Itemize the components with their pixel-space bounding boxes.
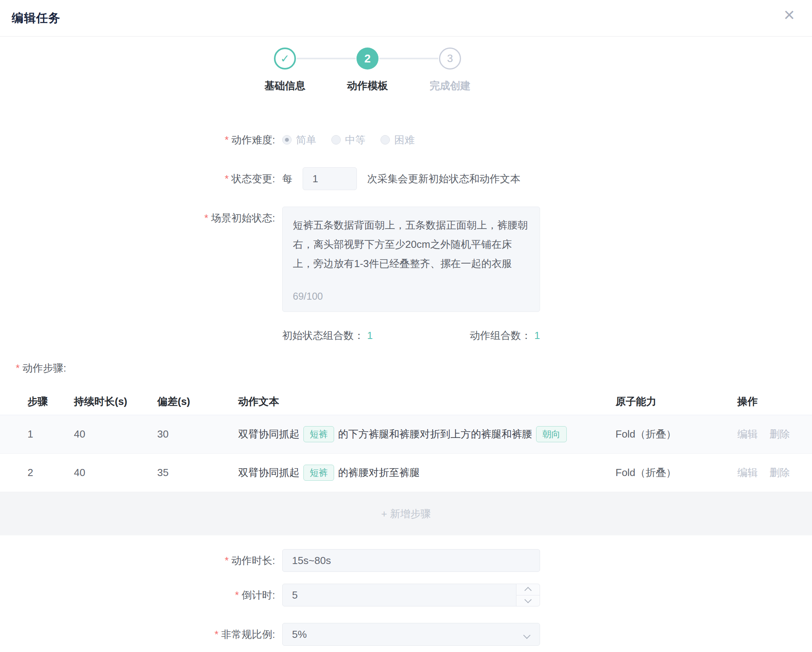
cell-atomic-ability: Fold（折叠） [615,427,737,441]
difficulty-label: *动作难度: [0,133,275,147]
required-asterisk: * [225,173,229,185]
cell-operations: 编辑删除 [737,427,812,441]
action-text-segment: 双臂协同抓起 [238,466,299,480]
required-asterisk: * [204,212,208,224]
steps-table-header: 步骤 持续时长(s) 偏差(s) 动作文本 原子能力 操作 [0,388,812,415]
number-spinner [516,584,540,606]
edit-link[interactable]: 编辑 [737,428,758,440]
edit-link[interactable]: 编辑 [737,467,758,478]
initial-state-text: 短裤五条数据背面朝上，五条数据正面朝上，裤腰朝右，离头部视野下方至少20cm之外… [293,219,528,269]
steps-table-body: 14030双臂协同抓起短裤的下方裤腿和裤腰对折到上方的裤腿和裤腰朝向Fold（折… [0,415,812,492]
action-steps-section-label: *动作步骤: [0,361,812,375]
cell-atomic-ability: Fold（折叠） [615,466,737,480]
state-change-row: *状态变更: 每 1 次采集会更新初始状态和动作文本 [0,167,812,190]
unconventional-ratio-select[interactable]: 5% [282,623,540,646]
object-tag: 短裤 [303,465,334,481]
required-asterisk: * [225,134,229,146]
required-asterisk: * [16,362,20,374]
col-header-deviation: 偏差(s) [157,395,238,408]
table-row: 24035双臂协同抓起短裤的裤腰对折至裤腿Fold（折叠）编辑删除 [0,454,812,492]
action-duration-input[interactable]: 15s~80s [282,549,540,572]
step-label: 完成创建 [430,79,470,93]
initial-state-row: *场景初始状态: 短裤五条数据背面朝上，五条数据正面朝上，裤腰朝右，离头部视野下… [0,207,812,312]
initial-combos-value: 1 [367,330,373,341]
object-tag: 朝向 [536,426,567,443]
chevron-up-icon [524,587,531,594]
difficulty-radio-selected[interactable]: 简单 [282,133,316,147]
stepper-step-action-template: 2 动作模板 [326,48,409,93]
state-change-input[interactable]: 1 [303,167,357,190]
countdown-stepper[interactable]: 5 [282,584,540,606]
cell-duration: 40 [74,467,157,479]
countdown-label: *倒计时: [0,588,275,602]
decrease-button[interactable] [516,595,540,606]
cell-step-number: 1 [28,428,74,440]
radio-button-icon [331,135,341,145]
table-row: 14030双臂协同抓起短裤的下方裤腿和裤腰对折到上方的裤腿和裤腰朝向Fold（折… [0,415,812,454]
state-change-suffix: 次采集会更新初始状态和动作文本 [367,172,520,186]
action-text-segment: 的裤腰对折至裤腿 [338,466,420,480]
dialog-title: 编辑任务 [12,10,61,26]
difficulty-radio-group: 简单中等困难 [282,133,430,147]
close-icon[interactable]: × [784,5,795,24]
add-step-button[interactable]: + 新增步骤 [0,492,812,535]
cell-deviation: 35 [157,467,238,479]
countdown-row: *倒计时: 5 [0,584,812,606]
cell-deviation: 30 [157,428,238,440]
action-duration-label: *动作时长: [0,554,275,568]
dialog-header: 编辑任务 × [0,0,812,37]
stepper: ✓ 基础信息 2 动作模板 3 完成创建 [244,48,491,93]
unconventional-ratio-row: *非常规比例: 5% [0,623,812,646]
difficulty-radio-option[interactable]: 中等 [331,133,366,147]
col-header-step: 步骤 [28,395,74,408]
chevron-down-icon [523,632,530,639]
increase-button[interactable] [516,584,540,595]
unconventional-ratio-label: *非常规比例: [0,628,275,641]
required-asterisk: * [215,628,219,640]
action-combos-value: 1 [535,330,540,341]
radio-button-icon [380,135,390,145]
delete-link[interactable]: 删除 [770,428,790,440]
cell-action-text: 双臂协同抓起短裤的裤腰对折至裤腿 [238,465,615,481]
cell-duration: 40 [74,428,157,440]
required-asterisk: * [235,589,239,601]
col-header-action-text: 动作文本 [238,395,615,408]
stepper-step-finish: 3 完成创建 [409,48,491,93]
step-label: 基础信息 [265,79,305,93]
col-header-operation: 操作 [737,395,812,408]
required-asterisk: * [225,555,229,566]
cell-step-number: 2 [28,467,74,479]
cell-operations: 编辑删除 [737,466,812,480]
delete-link[interactable]: 删除 [770,467,790,478]
state-change-prefix: 每 [282,172,292,186]
radio-label: 简单 [296,133,316,147]
step-label: 动作模板 [347,79,388,93]
check-icon: ✓ [274,48,296,70]
action-duration-row: *动作时长: 15s~80s [0,549,812,572]
cell-action-text: 双臂协同抓起短裤的下方裤腿和裤腰对折到上方的裤腿和裤腰朝向 [238,426,615,443]
difficulty-row: *动作难度: 简单中等困难 [0,132,812,148]
difficulty-radio-option[interactable]: 困难 [380,133,415,147]
state-change-label: *状态变更: [0,172,275,186]
combo-counts-row: 初始状态组合数：1 动作组合数：1 [282,329,540,342]
step-number: 2 [356,48,378,70]
ratio-value: 5% [292,628,307,641]
initial-combos: 初始状态组合数：1 [282,329,373,342]
action-text-segment: 双臂协同抓起 [238,427,299,441]
radio-label: 中等 [345,133,366,147]
countdown-value: 5 [292,589,298,601]
radio-button-icon [282,135,292,145]
action-combos: 动作组合数：1 [470,329,540,342]
col-header-duration: 持续时长(s) [74,395,157,408]
chevron-down-icon [524,596,531,603]
col-header-ability: 原子能力 [615,395,737,408]
step-number: 3 [439,48,461,70]
initial-state-label: *场景初始状态: [0,207,275,225]
action-text-segment: 的下方裤腿和裤腰对折到上方的裤腿和裤腰 [338,427,532,441]
stepper-step-basic-info: ✓ 基础信息 [244,48,326,93]
initial-state-textarea[interactable]: 短裤五条数据背面朝上，五条数据正面朝上，裤腰朝右，离头部视野下方至少20cm之外… [282,207,540,312]
radio-label: 困难 [394,133,415,147]
object-tag: 短裤 [303,426,334,443]
char-counter: 69/100 [293,287,323,306]
